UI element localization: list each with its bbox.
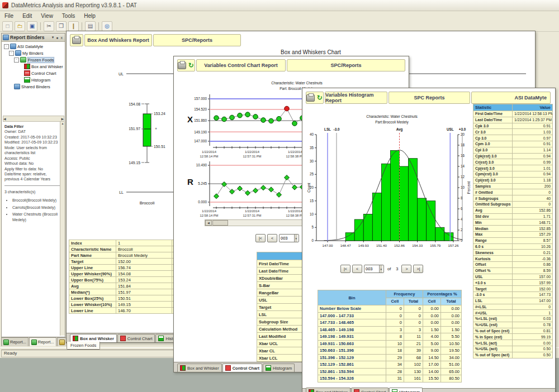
filter-vscrollbar[interactable]: ▲ (60, 122, 65, 336)
prev-page-button[interactable]: < (267, 234, 277, 242)
table-row: #>USL1 (473, 310, 553, 316)
toolbar-print-icon[interactable]: ▤ (85, 21, 96, 31)
stat-name-cell: Range (473, 237, 513, 243)
table-row: 153.594 - 154.3263116115.5080.50 (318, 375, 462, 383)
toolbar-open-folder-icon[interactable]: 🗀 (15, 21, 25, 31)
subgroup-navigator: |<<003▾of (255, 234, 307, 242)
stat-value-cell: 157.99 (513, 280, 553, 286)
table-row: # Omitted0 (473, 189, 553, 195)
bin-value-cell: 17.00 (423, 361, 441, 369)
chart-tab-control-chart[interactable]: Control Chart (222, 364, 262, 372)
page-select[interactable]: 003▾ (279, 234, 299, 242)
menu-help[interactable]: Help (79, 12, 100, 20)
tree-item-histogram[interactable]: Histogram (3, 77, 63, 83)
bin-label-cell: 149.931 - 150.663 (318, 340, 386, 347)
stat-value-cell: 0.03 (513, 316, 553, 322)
expander-icon[interactable]: - (14, 58, 19, 63)
chart-tab-box-and-whisker[interactable]: Box and Whisker (177, 364, 222, 372)
toolbar-paste-icon[interactable]: ❙ (68, 21, 79, 31)
first-page-button[interactable]: |< (340, 265, 350, 273)
tree-item-control-chart[interactable]: Control Chart (3, 70, 63, 77)
svg-text:16: 16 (461, 154, 465, 157)
svg-text:10: 10 (461, 185, 465, 189)
bin-value-cell: 68 (404, 354, 423, 361)
menu-file[interactable]: File (0, 12, 18, 20)
title-bar[interactable]: DataMetrics Analysis and Reporting v3.9.… (0, 0, 559, 11)
characteristic-line: Characteristic: Water Chestnuts (213, 80, 381, 86)
first-page-button[interactable]: |< (255, 234, 266, 242)
table-row: Cpm(est) 3.00.94 (473, 171, 553, 177)
tree-item-asi-datamyte[interactable]: -ASI DataMyte (3, 43, 63, 50)
menu-edit[interactable]: Edit (18, 12, 36, 20)
prev-page-button[interactable]: < (352, 265, 362, 273)
bin-value-cell: 0 (386, 305, 404, 313)
chart-tab-box-and-whisker[interactable]: Box and Whisker (70, 334, 117, 342)
chart-tab-box-and-whisker[interactable]: Box and Whisker (306, 388, 350, 392)
tree-item-box-and-whisker[interactable]: Box and Whisker (3, 63, 63, 70)
chart-tab-control-chart[interactable]: Control Chart (117, 334, 155, 342)
tree-hscrollbar[interactable]: ◀▶ (3, 116, 64, 122)
chart-tab-histogram[interactable]: Histogram (389, 388, 423, 392)
stat-value-cell: 146.70 (116, 308, 172, 314)
chart-tab-histogram[interactable]: Histogram (263, 364, 295, 372)
print-button[interactable] (70, 34, 83, 46)
stat-name-cell: Target (473, 286, 513, 292)
chevron-down-icon[interactable]: ▾ (294, 235, 297, 242)
histogram-icon (392, 389, 397, 392)
stat-value-cell: 0.99 (513, 159, 553, 165)
report-category-cell[interactable]: SPC/Reports (287, 59, 405, 71)
report-binders-header[interactable]: Report Binders ▾ ● x (2, 34, 65, 42)
chevron-down-icon[interactable]: ▾ (379, 265, 382, 273)
toolbar-new-document-icon[interactable]: □ (2, 21, 13, 31)
dock-tab-report[interactable]: Report... (29, 337, 56, 346)
stat-name-cell: -3.0 s (473, 291, 513, 298)
svg-text:USL: USL (447, 127, 454, 131)
menu-view[interactable]: View (36, 12, 58, 20)
table-row: 148.465 - 149.198331.501.50 (318, 326, 462, 333)
stat-name-cell: Last Date/Time (473, 117, 513, 123)
stat-name-cell: Cp(est) 3.0 (473, 165, 513, 171)
toolbar-copy-icon[interactable]: ❐ (56, 21, 67, 31)
window-toolbar[interactable]: ↻ (306, 92, 324, 104)
report-category-cell[interactable]: SPC Reports (389, 92, 470, 104)
chevron-down-icon[interactable]: ▾ (51, 35, 55, 40)
close-icon[interactable]: x (60, 36, 64, 40)
toolbar-cut-icon[interactable]: ✂ (44, 21, 54, 31)
table-row: Std dev1.71 (473, 213, 553, 219)
stat-name-cell: Cpk(est) 3.0 (473, 153, 513, 159)
report-category-cell[interactable]: SPC/Reports (153, 34, 241, 46)
toolbar-save-icon[interactable]: ▣ (27, 21, 37, 31)
pin-icon[interactable]: ● (55, 36, 59, 40)
expander-icon[interactable]: - (4, 44, 9, 49)
table-row: Cpm 3.00.91 (473, 141, 553, 147)
window-toolbar[interactable]: ↻ (177, 59, 195, 71)
svg-text:148.47: 148.47 (340, 243, 351, 247)
bin-value-cell: 0.00 (441, 319, 462, 327)
report-name-cell[interactable]: Variables Histogram Report (325, 92, 387, 104)
of-label: of (387, 266, 391, 271)
binder-name-cell[interactable]: ASI DataMyte (471, 92, 551, 104)
last-page-button[interactable]: >| (413, 265, 423, 273)
scroll-left-icon[interactable]: ◀ (205, 220, 212, 226)
report-name-cell[interactable]: Variables Control Chart Report (196, 59, 286, 71)
tree-item-frozen-foods[interactable]: -Frozen Foods (3, 56, 63, 63)
stat-name-cell: Samples (473, 183, 513, 189)
document-tab-frozen-foods[interactable]: Frozen Foods (67, 342, 100, 350)
expander-icon[interactable]: - (9, 51, 14, 56)
scroll-thumb[interactable] (212, 220, 228, 226)
page-select[interactable]: 003▾ (364, 265, 384, 273)
toolbar-globe-icon[interactable]: ◎ (102, 21, 112, 31)
chart-tab-control-chart[interactable]: Control Chart (351, 388, 389, 392)
menu-tools[interactable]: Tools (58, 12, 79, 20)
next-page-button[interactable]: > (401, 265, 411, 273)
stat-name-cell: % in Spec (est) (473, 334, 513, 340)
bin-value-cell: 15.50 (423, 375, 441, 383)
tree-item-my-binders[interactable]: -My Binders (3, 50, 63, 56)
chart-tab-label: Control Chart (127, 336, 153, 341)
dock-tab-report[interactable]: Report... (1, 337, 29, 346)
svg-text:+3.0: +3.0 (459, 127, 466, 131)
tree-item-shared-binders[interactable]: Shared Binders (3, 83, 63, 90)
table-row: LSL147.00 (473, 298, 553, 304)
report-name-cell[interactable]: Box And Whiskers Report (84, 34, 152, 46)
stat-value-cell: 1.18 (513, 177, 553, 183)
